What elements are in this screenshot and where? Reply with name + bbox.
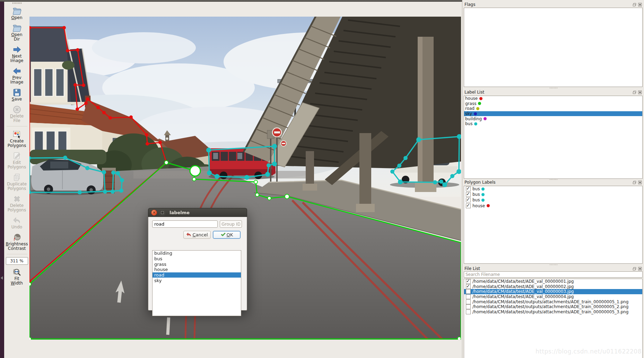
toolbar-button-label: Polygons — [8, 143, 26, 148]
toolbar-button-save[interactable]: Save — [4, 86, 29, 103]
checkbox[interactable] — [466, 309, 471, 314]
checkbox[interactable] — [466, 203, 471, 208]
toolbar-button-label: Polygons — [8, 186, 26, 191]
toolbar-button-prev-image[interactable]: PrevImage — [4, 65, 29, 86]
file-list-item[interactable]: /home/data/CM/data/test/ADE_val_00000004… — [464, 294, 642, 299]
file-path-text: /home/data/CM/data/test/outputs/attachme… — [472, 304, 628, 309]
toolbar-button-label: Dir — [14, 37, 20, 42]
file-list-title-text: File List — [464, 266, 632, 271]
duplicate-icon — [12, 173, 21, 182]
label-option-bus[interactable]: bus — [153, 256, 241, 262]
toolbar-button-open-dir[interactable]: OpenDir — [4, 22, 29, 43]
polygon-labels-list[interactable]: busbusbushouse — [464, 186, 643, 264]
label-option-road[interactable]: road — [153, 272, 241, 278]
toolbar-button-duplicate-polygons[interactable]: DuplicatePolygons — [4, 171, 29, 193]
toolbar-button-create-polygons[interactable]: CreatePolygons — [4, 128, 29, 150]
file-path-text: /home/data/CM/data/test/ADE_val_00000004… — [472, 294, 574, 299]
toolbar-button-open[interactable]: Open — [4, 5, 29, 22]
dock-splitter[interactable] — [462, 264, 644, 265]
close-panel-icon[interactable] — [638, 2, 642, 7]
file-list-item[interactable]: /home/data/CM/data/test/ADE_val_00000001… — [464, 279, 642, 284]
labelme-window: OpenOpenDirNextImagePrevImageSaveDeleteF… — [0, 0, 644, 358]
file-path-text: /home/data/CM/data/test/ADE_val_00000001… — [472, 279, 574, 284]
dialog-maximize-icon[interactable] — [159, 210, 165, 216]
group-id-input[interactable] — [220, 220, 242, 228]
file-path-text: /home/data/CM/data/test/ADE_val_00000003… — [472, 289, 574, 294]
checkbox[interactable] — [466, 289, 471, 294]
highlighted-vertex[interactable] — [190, 166, 200, 176]
toolbar-drag-handle[interactable] — [12, 2, 21, 4]
search-filename-input[interactable] — [464, 271, 643, 278]
polygon-label-item-bus[interactable]: bus — [464, 186, 642, 192]
label-list-item-bus[interactable]: bus — [464, 121, 642, 126]
toolbar-button-fit-width[interactable]: FitWidth — [4, 266, 29, 287]
floppy-disk-icon — [12, 88, 21, 97]
dock-splitter[interactable] — [462, 87, 644, 89]
right-dock: Flags Label List housegrassroadskybuildi… — [462, 0, 644, 358]
float-panel-icon[interactable] — [632, 267, 637, 271]
toolbar-button-edit-polygons[interactable]: EditPolygons — [4, 150, 29, 171]
toolbar-button-delete-file[interactable]: DeleteFile — [4, 103, 29, 125]
dialog-close-icon[interactable]: ✕ — [151, 210, 157, 216]
label-text: building — [465, 116, 482, 121]
label-list-item-grass[interactable]: grass — [464, 101, 642, 106]
flags-list[interactable] — [464, 8, 643, 87]
checkbox[interactable] — [466, 294, 471, 299]
label-text: grass — [465, 101, 476, 106]
label-list-panel-title: Label List — [464, 89, 642, 95]
label-color-dot — [476, 107, 479, 110]
toolbar-button-label: Undo — [11, 225, 22, 229]
polygon-label-item-bus[interactable]: bus — [464, 192, 642, 197]
toolbar-button-undo[interactable]: Undo — [4, 214, 29, 231]
polygon-label-item-bus[interactable]: bus — [464, 197, 642, 203]
label-text: bus — [465, 121, 472, 126]
label-text: road — [465, 106, 475, 111]
arrow-left-icon — [12, 66, 21, 76]
label-option-building[interactable]: building — [153, 251, 241, 256]
label-list-item-house[interactable]: house — [464, 96, 642, 101]
delete-x-icon — [12, 194, 21, 203]
file-list[interactable]: /home/data/CM/data/test/ADE_val_00000001… — [464, 279, 643, 358]
cancel-arrow-icon — [186, 232, 191, 238]
label-option-sky[interactable]: sky — [153, 278, 241, 283]
checkbox[interactable] — [466, 299, 471, 304]
file-list-item[interactable]: /home/data/CM/data/test/ADE_val_00000003… — [464, 289, 642, 294]
cancel-button[interactable]: Cancel — [183, 231, 211, 239]
file-list-item[interactable]: /home/data/CM/data/test/outputs/attachme… — [464, 299, 642, 304]
float-panel-icon[interactable] — [632, 90, 637, 95]
checkbox[interactable] — [466, 186, 471, 191]
label-list-item-building[interactable]: building — [464, 116, 642, 121]
toolbar-button-label: Save — [12, 97, 22, 102]
label-list-item-sky[interactable]: sky — [464, 111, 642, 116]
toolbar-button-delete-polygons[interactable]: DeletePolygons — [4, 193, 29, 214]
checkbox[interactable] — [466, 304, 471, 309]
polygon-label-item-house[interactable]: house — [464, 203, 642, 209]
label-color-dot — [484, 117, 487, 120]
zoom-spinbox[interactable]: 311 % — [6, 257, 28, 265]
ok-button[interactable]: OK — [213, 231, 241, 239]
label-color-dot — [487, 204, 490, 207]
checkbox[interactable] — [466, 284, 471, 289]
file-list-item[interactable]: /home/data/CM/data/test/outputs/attachme… — [464, 304, 642, 309]
label-list-item-road[interactable]: road — [464, 106, 642, 111]
flags-title-text: Flags — [464, 2, 632, 7]
checkbox[interactable] — [466, 198, 471, 202]
label-option-house[interactable]: house — [153, 267, 241, 272]
close-panel-icon[interactable] — [638, 180, 642, 185]
float-panel-icon[interactable] — [632, 2, 637, 7]
label-option-grass[interactable]: grass — [153, 261, 241, 267]
ok-check-icon — [220, 232, 226, 238]
close-panel-icon[interactable] — [638, 267, 642, 271]
dialog-titlebar[interactable]: ✕ labelme — [148, 208, 247, 217]
toolbar-button-brightness-contrast[interactable]: BrightnessContrast — [4, 231, 29, 253]
file-list-item[interactable]: /home/data/CM/data/test/ADE_val_00000002… — [464, 284, 642, 289]
label-options-list[interactable]: buildingbusgrasshouseroadsky — [152, 250, 241, 316]
close-panel-icon[interactable] — [638, 90, 642, 95]
label-text: house — [465, 96, 478, 101]
file-list-item[interactable]: /home/data/CM/data/test/outputs/attachme… — [464, 309, 642, 315]
toolbar-button-next-image[interactable]: NextImage — [4, 43, 29, 65]
label-list[interactable]: housegrassroadskybuildingbus — [464, 96, 643, 179]
float-panel-icon[interactable] — [632, 180, 637, 185]
checkbox[interactable] — [466, 192, 471, 197]
label-name-input[interactable] — [152, 220, 218, 228]
